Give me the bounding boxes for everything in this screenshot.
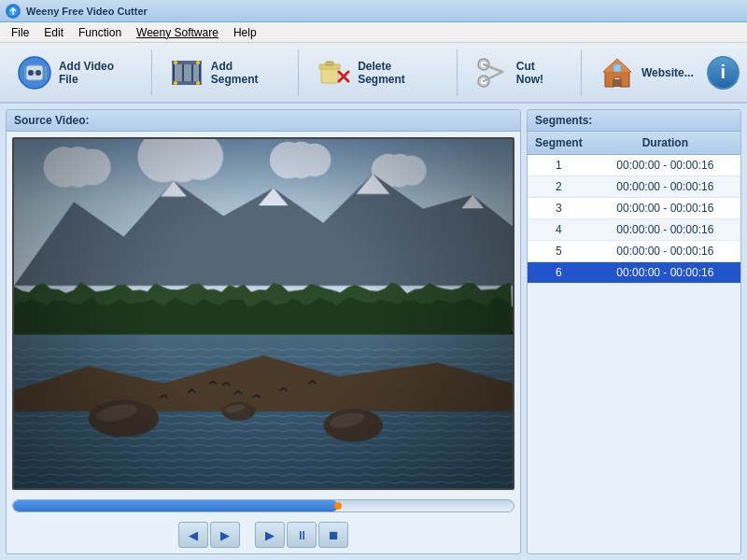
svg-point-5 <box>34 71 36 74</box>
segments-tbody: 100:00:00 - 00:00:16200:00:00 - 00:00:16… <box>528 155 740 284</box>
segments-table: Segment Duration 100:00:00 - 00:00:16200… <box>528 132 740 553</box>
svg-rect-30 <box>613 64 621 72</box>
svg-point-13 <box>196 61 200 64</box>
svg-point-14 <box>174 81 177 85</box>
segment-duration: 00:00:00 - 00:00:16 <box>590 219 740 241</box>
window-title: Weeny Free Video Cutter <box>26 6 148 17</box>
next-button[interactable]: ▶ <box>210 522 240 548</box>
separator-3 <box>457 49 458 96</box>
col-duration: Duration <box>590 132 740 155</box>
add-segment-icon <box>169 54 205 91</box>
segment-id: 5 <box>528 241 590 262</box>
main-content: Source Video: ◀ ▶ ▶ ⏸ ⏹ Segments: <box>0 104 747 560</box>
menu-help[interactable]: Help <box>226 24 264 41</box>
svg-rect-8 <box>184 64 191 81</box>
svg-point-12 <box>174 61 177 64</box>
pause-button[interactable]: ⏸ <box>287 522 317 548</box>
cut-now-button[interactable]: Cut Now! <box>465 50 573 95</box>
delete-segment-button[interactable]: Delete Segment <box>306 50 449 95</box>
video-container <box>12 137 514 490</box>
add-video-label: Add Video File <box>59 60 134 86</box>
separator-4 <box>581 49 582 96</box>
segment-id: 6 <box>528 262 590 284</box>
title-bar: Weeny Free Video Cutter <box>0 0 747 22</box>
menu-function[interactable]: Function <box>71 24 129 41</box>
menu-edit[interactable]: Edit <box>36 24 71 41</box>
separator-2 <box>298 49 299 96</box>
segments-panel: Segments: Segment Duration 100:00:00 - 0… <box>527 109 741 554</box>
scrubber-area[interactable] <box>7 496 520 516</box>
info-label: i <box>721 62 726 83</box>
segment-duration: 00:00:00 - 00:00:16 <box>590 155 740 176</box>
table-row[interactable]: 400:00:00 - 00:00:16 <box>528 219 740 241</box>
transport-controls: ▶ ⏸ ⏹ <box>255 522 348 548</box>
segment-id: 4 <box>528 219 590 241</box>
menu-file[interactable]: File <box>4 24 36 41</box>
segments-data-table: Segment Duration 100:00:00 - 00:00:16200… <box>528 132 740 284</box>
table-header-row: Segment Duration <box>528 132 740 155</box>
svg-point-4 <box>35 70 41 76</box>
table-row[interactable]: 200:00:00 - 00:00:16 <box>528 176 740 198</box>
source-panel-title: Source Video: <box>7 110 520 132</box>
delete-segment-label: Delete Segment <box>358 60 440 86</box>
add-segment-button[interactable]: Add Segment <box>160 50 290 95</box>
col-segment: Segment <box>528 132 590 155</box>
toolbar: Add Video File Add Segment <box>0 43 747 104</box>
add-segment-label: Add Segment <box>211 60 281 86</box>
svg-rect-9 <box>193 64 199 81</box>
segment-duration: 00:00:00 - 00:00:16 <box>590 262 740 284</box>
segments-panel-title: Segments: <box>528 110 740 132</box>
segment-id: 2 <box>528 176 590 198</box>
svg-rect-28 <box>613 79 622 87</box>
cut-now-icon <box>474 54 511 91</box>
scrubber-fill <box>13 500 338 511</box>
add-video-icon <box>17 54 53 91</box>
table-row[interactable]: 300:00:00 - 00:00:16 <box>528 198 740 219</box>
table-row[interactable]: 600:00:00 - 00:00:16 <box>528 262 740 284</box>
cut-now-label: Cut Now! <box>516 60 564 86</box>
svg-point-3 <box>28 70 34 76</box>
website-icon <box>599 54 636 91</box>
svg-point-15 <box>196 81 200 85</box>
delete-segment-icon <box>316 54 352 91</box>
separator-1 <box>151 49 152 96</box>
segment-duration: 00:00:00 - 00:00:16 <box>590 176 740 198</box>
table-row[interactable]: 100:00:00 - 00:00:16 <box>528 155 740 176</box>
table-row[interactable]: 500:00:00 - 00:00:16 <box>528 241 740 262</box>
playback-controls: ◀ ▶ ▶ ⏸ ⏹ <box>7 516 520 553</box>
source-panel: Source Video: ◀ ▶ ▶ ⏸ ⏹ <box>6 109 521 554</box>
info-button[interactable]: i <box>707 56 740 90</box>
segment-duration: 00:00:00 - 00:00:16 <box>590 241 740 262</box>
segment-duration: 00:00:00 - 00:00:16 <box>590 198 740 219</box>
scrubber-marker <box>334 502 342 510</box>
app-icon <box>6 4 21 19</box>
website-label: Website... <box>641 66 694 79</box>
video-canvas <box>14 139 513 488</box>
menu-bar: File Edit Function Weeny Software Help <box>0 22 747 43</box>
website-button[interactable]: Website... <box>589 50 703 95</box>
segment-id: 1 <box>528 155 590 176</box>
prev-button[interactable]: ◀ <box>178 522 208 548</box>
segment-id: 3 <box>528 198 590 219</box>
svg-rect-18 <box>326 62 333 65</box>
nav-controls: ◀ ▶ <box>178 522 240 548</box>
add-video-button[interactable]: Add Video File <box>7 50 144 95</box>
scrubber-bar[interactable] <box>12 499 514 512</box>
menu-weeny-software[interactable]: Weeny Software <box>129 24 226 41</box>
play-button[interactable]: ▶ <box>255 522 285 548</box>
svg-rect-7 <box>175 64 182 81</box>
svg-rect-16 <box>321 68 338 83</box>
stop-button[interactable]: ⏹ <box>318 522 348 548</box>
